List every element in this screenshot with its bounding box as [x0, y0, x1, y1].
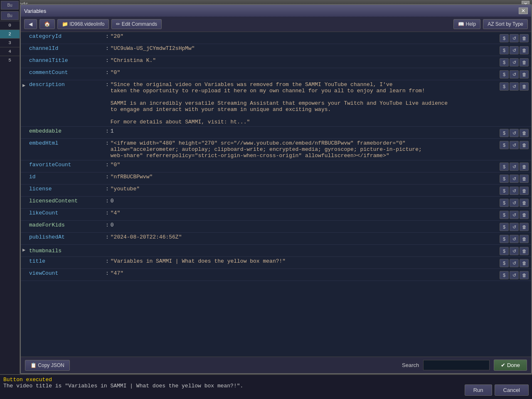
- copy-json-button[interactable]: 📋 Copy JSON: [25, 360, 70, 371]
- dollar-btn[interactable]: $: [500, 187, 509, 195]
- table-row: embedHtml : "<iframe width="480" height=…: [21, 139, 531, 160]
- delete-btn[interactable]: 🗑: [520, 70, 529, 79]
- refresh-btn[interactable]: ↺: [510, 163, 519, 171]
- variables-modal: Variables ✕ ◀ 🏠 📁 ID968.videoInfo ✏ Edit…: [20, 4, 532, 374]
- delete-btn[interactable]: 🗑: [520, 259, 529, 267]
- var-key: channelTitle: [29, 57, 104, 64]
- dollar-btn[interactable]: $: [500, 235, 509, 243]
- refresh-btn[interactable]: ↺: [510, 235, 519, 243]
- dollar-btn[interactable]: $: [500, 271, 509, 279]
- delete-btn[interactable]: 🗑: [520, 141, 529, 149]
- refresh-btn[interactable]: ↺: [510, 34, 519, 42]
- row-actions: $ ↺ 🗑: [500, 210, 529, 219]
- delete-btn[interactable]: 🗑: [520, 247, 529, 255]
- dollar-btn[interactable]: $: [500, 129, 509, 137]
- delete-btn[interactable]: 🗑: [520, 46, 529, 54]
- delete-btn[interactable]: 🗑: [520, 163, 529, 171]
- delete-btn[interactable]: 🗑: [520, 211, 529, 219]
- refresh-btn[interactable]: ↺: [510, 175, 519, 183]
- delete-btn[interactable]: 🗑: [520, 82, 529, 91]
- refresh-btn[interactable]: ↺: [510, 187, 519, 195]
- refresh-btn[interactable]: ↺: [510, 46, 519, 54]
- delete-btn[interactable]: 🗑: [520, 271, 529, 279]
- refresh-btn[interactable]: ↺: [510, 259, 519, 267]
- row-actions: $ ↺ 🗑: [500, 174, 529, 183]
- edit-commands-button[interactable]: ✏ Edit Commands: [111, 19, 162, 29]
- delete-btn[interactable]: 🗑: [520, 175, 529, 183]
- refresh-btn[interactable]: ↺: [510, 82, 519, 91]
- delete-btn[interactable]: 🗑: [520, 223, 529, 231]
- back-button[interactable]: ◀: [24, 19, 37, 29]
- expand-arrow[interactable]: ▶: [22, 82, 25, 89]
- delete-btn[interactable]: 🗑: [520, 199, 529, 207]
- var-key: categoryId: [29, 33, 104, 39]
- dollar-btn[interactable]: $: [500, 46, 509, 54]
- home-button[interactable]: 🏠: [39, 19, 55, 29]
- toolbar: ◀ 🏠 📁 ID968.videoInfo ✏ Edit Commands 📖 …: [21, 17, 531, 32]
- done-button[interactable]: ✔ Done: [494, 360, 527, 371]
- table-row: ▶ thumbnails $ ↺ 🗑: [21, 245, 531, 257]
- row-actions: $ ↺ 🗑: [500, 140, 529, 149]
- refresh-btn[interactable]: ↺: [510, 271, 519, 279]
- table-row: id : "nfRBUCBPwvw" $ ↺ 🗑: [21, 172, 531, 185]
- sidebar-btn-bu1[interactable]: Bu: [1, 1, 19, 10]
- dollar-btn[interactable]: $: [500, 163, 509, 171]
- run-button[interactable]: Run: [465, 384, 492, 396]
- dollar-btn[interactable]: $: [500, 223, 509, 231]
- cancel-button[interactable]: Cancel: [495, 384, 529, 396]
- sort-button[interactable]: AZ Sort by Type: [483, 19, 528, 29]
- dollar-btn[interactable]: $: [500, 34, 509, 42]
- dollar-btn[interactable]: $: [500, 259, 509, 267]
- sidebar-num-4[interactable]: 4: [0, 47, 20, 56]
- table-row: publishedAt : "2024-08-20T22:46:56Z" $ ↺…: [21, 233, 531, 245]
- refresh-btn[interactable]: ↺: [510, 223, 519, 231]
- modal-close-button[interactable]: ✕: [519, 7, 528, 14]
- dollar-btn[interactable]: $: [500, 82, 509, 91]
- status-line2: The video title is "Variables in SAMMI |…: [3, 383, 529, 389]
- delete-btn[interactable]: 🗑: [520, 235, 529, 243]
- var-value: "0": [111, 69, 497, 76]
- refresh-btn[interactable]: ↺: [510, 141, 519, 149]
- help-button[interactable]: 📖 Help: [453, 19, 480, 29]
- table-row: commentCount : "0" $ ↺ 🗑: [21, 68, 531, 80]
- table-row: madeForKids : 0 $ ↺ 🗑: [21, 221, 531, 233]
- sidebar-num-5[interactable]: 5: [0, 56, 20, 64]
- delete-btn[interactable]: 🗑: [520, 58, 529, 66]
- row-actions: $ ↺ 🗑: [500, 81, 529, 91]
- dollar-btn[interactable]: $: [500, 199, 509, 207]
- refresh-btn[interactable]: ↺: [510, 199, 519, 207]
- refresh-btn[interactable]: ↺: [510, 129, 519, 137]
- row-actions: $ ↺ 🗑: [500, 128, 529, 137]
- dollar-btn[interactable]: $: [500, 58, 509, 66]
- delete-btn[interactable]: 🗑: [520, 129, 529, 137]
- sidebar-btn-bu2[interactable]: Bu: [1, 11, 19, 20]
- var-value: "youtube": [111, 186, 497, 192]
- dollar-btn[interactable]: $: [500, 70, 509, 79]
- row-actions: $ ↺ 🗑: [500, 57, 529, 66]
- refresh-btn[interactable]: ↺: [510, 70, 519, 79]
- var-key: madeForKids: [29, 222, 104, 228]
- expand-arrow-thumbnails[interactable]: ▶: [22, 247, 25, 253]
- var-value: 1: [111, 128, 497, 134]
- var-key: channelId: [29, 45, 104, 52]
- refresh-btn[interactable]: ↺: [510, 211, 519, 219]
- sidebar-num-3[interactable]: 3: [0, 38, 20, 47]
- dollar-btn[interactable]: $: [500, 175, 509, 183]
- table-row: viewCount : "47" $ ↺ 🗑: [21, 269, 531, 281]
- delete-btn[interactable]: 🗑: [520, 187, 529, 195]
- dollar-btn[interactable]: $: [500, 211, 509, 219]
- dollar-btn[interactable]: $: [500, 247, 509, 255]
- empty-space: [21, 281, 531, 331]
- modal-titlebar: Variables ✕: [21, 5, 531, 17]
- sidebar-num-2[interactable]: 2: [0, 30, 20, 38]
- delete-btn[interactable]: 🗑: [520, 34, 529, 42]
- row-actions: $ ↺ 🗑: [500, 186, 529, 195]
- breadcrumb-button[interactable]: 📁 ID968.videoInfo: [57, 19, 109, 29]
- dollar-btn[interactable]: $: [500, 141, 509, 149]
- sidebar-num-0[interactable]: 0: [0, 21, 20, 30]
- search-input[interactable]: [423, 360, 490, 370]
- refresh-btn[interactable]: ↺: [510, 247, 519, 255]
- row-actions: $ ↺ 🗑: [500, 246, 529, 255]
- var-value: "Variables in SAMMI | What does the yell…: [111, 258, 497, 264]
- refresh-btn[interactable]: ↺: [510, 58, 519, 66]
